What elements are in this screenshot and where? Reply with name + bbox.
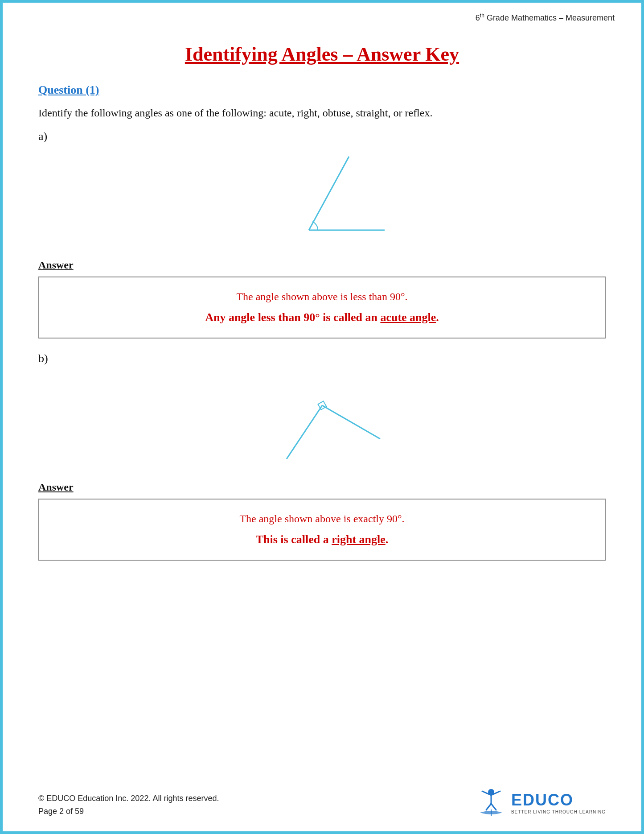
svg-line-0 xyxy=(309,157,349,230)
svg-line-9 xyxy=(486,804,491,810)
footer-text: © EDUCO Education Inc. 2022. All rights … xyxy=(38,792,219,818)
answer-b-box: The angle shown above is exactly 90°. Th… xyxy=(38,499,606,561)
answer-a-line1: The angle shown above is less than 90°. xyxy=(57,291,587,303)
answer-a-line2-link: acute angle xyxy=(380,311,436,324)
angle-a-diagram xyxy=(38,148,606,250)
answer-b-line2-post: . xyxy=(386,533,389,546)
page: 6th Grade Mathematics – Measurement Iden… xyxy=(0,0,644,834)
part-a-label: a) xyxy=(38,130,606,143)
grade-suffix: th xyxy=(480,12,484,19)
page-title: Identifying Angles – Answer Key xyxy=(38,43,606,66)
answer-b-line2-link: right angle xyxy=(332,533,386,546)
subject-label: Grade Mathematics – Measurement xyxy=(487,13,615,22)
question-1-label: Question (1) xyxy=(38,83,606,97)
question-1-text: Identify the following angles as one of … xyxy=(38,105,606,121)
footer: © EDUCO Education Inc. 2022. All rights … xyxy=(38,787,606,818)
educo-logo: EDUCO BETTER LIVING THROUGH LEARNING xyxy=(476,787,606,818)
footer-copyright: © EDUCO Education Inc. 2022. All rights … xyxy=(38,792,219,805)
educo-name: EDUCO xyxy=(511,791,606,809)
educo-logo-icon xyxy=(476,787,507,818)
svg-line-10 xyxy=(491,804,496,810)
educo-logo-text: EDUCO BETTER LIVING THROUGH LEARNING xyxy=(511,791,606,814)
answer-b-line2-pre: This is called a xyxy=(256,533,332,546)
answer-a-line2-pre: Any angle less than 90° is called an xyxy=(205,311,380,324)
answer-b-line2: This is called a right angle. xyxy=(57,533,587,546)
educo-tagline: BETTER LIVING THROUGH LEARNING xyxy=(511,809,606,814)
answer-b-label: Answer xyxy=(38,481,606,493)
grade-label: 6th Grade Mathematics – Measurement xyxy=(476,12,615,23)
answer-a-box: The angle shown above is less than 90°. … xyxy=(38,277,606,339)
answer-a-line2: Any angle less than 90° is called an acu… xyxy=(57,311,587,324)
svg-line-2 xyxy=(287,405,322,459)
part-b-label: b) xyxy=(38,352,606,365)
svg-line-3 xyxy=(322,405,380,439)
grade-number: 6 xyxy=(476,13,480,22)
answer-b-line1: The angle shown above is exactly 90°. xyxy=(57,513,587,525)
angle-b-diagram xyxy=(38,370,606,472)
answer-a-line2-post: . xyxy=(436,311,439,324)
answer-a-label: Answer xyxy=(38,259,606,271)
footer-page: Page 2 of 59 xyxy=(38,805,219,818)
